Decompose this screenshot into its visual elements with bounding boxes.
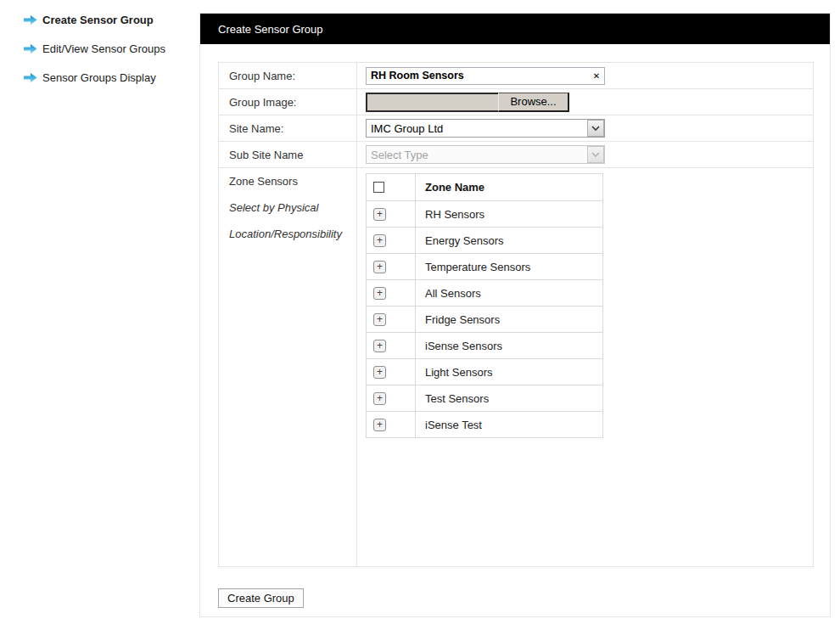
expand-plus-icon[interactable]: + [373, 340, 386, 352]
table-row: + All Sensors [367, 279, 602, 306]
group-name-label: Group Name: [219, 63, 357, 88]
table-row: + RH Sensors [367, 200, 602, 227]
table-row: + Light Sensors [367, 358, 602, 385]
expand-plus-icon[interactable]: + [373, 366, 386, 379]
expand-plus-icon[interactable]: + [373, 208, 386, 221]
site-name-label: Site Name: [219, 115, 357, 141]
zone-sensors-row: Zone Sensors Select by Physical Location… [219, 168, 813, 566]
zone-table-body: + RH Sensors + Energy Sensors [367, 200, 602, 437]
expand-plus-icon[interactable]: + [373, 313, 386, 326]
zone-table-header-row: Zone Name [367, 174, 602, 200]
zone-name-cell: Fridge Sensors [416, 307, 602, 332]
zone-name-cell: Energy Sensors [416, 228, 602, 253]
group-name-input[interactable] [367, 69, 589, 83]
group-name-input-wrap: ✕ [366, 67, 605, 85]
site-name-row: Site Name: IMC Group Ltd [219, 115, 813, 142]
expand-plus-icon[interactable]: + [373, 392, 386, 405]
panel-title: Create Sensor Group [218, 23, 323, 36]
zone-name-cell: iSense Sensors [416, 333, 602, 358]
table-row: + iSense Test [367, 411, 602, 437]
sub-site-name-selected-value: Select Type [367, 149, 587, 161]
arrow-icon [24, 72, 37, 83]
panel-header: Create Sensor Group [200, 14, 830, 44]
arrow-icon [24, 14, 37, 25]
zone-sensors-hint-line1: Select by Physical [229, 201, 356, 228]
table-row: + Energy Sensors [367, 227, 602, 253]
group-name-row: Group Name: ✕ [219, 63, 813, 89]
zone-name-cell: RH Sensors [416, 201, 602, 227]
site-name-selected-value: IMC Group Ltd [367, 122, 587, 135]
expand-plus-icon[interactable]: + [373, 234, 386, 247]
sidebar: Create Sensor Group Edit/View Sensor Gro… [24, 13, 165, 84]
group-image-label: Group Image: [219, 89, 357, 115]
zone-sensors-hint-line2: Location/Responsibility [229, 228, 356, 254]
zone-name-cell: Test Sensors [416, 385, 602, 411]
chevron-down-icon [587, 146, 604, 163]
zone-name-cell: All Sensors [416, 280, 602, 306]
zone-sensors-label: Zone Sensors [229, 175, 356, 201]
group-image-file-input: Browse... [366, 93, 569, 112]
sidebar-item-sensor-groups-display[interactable]: Sensor Groups Display [24, 70, 165, 84]
expand-plus-icon[interactable]: + [373, 261, 386, 273]
table-row: + Fridge Sensors [367, 306, 602, 332]
expand-plus-icon[interactable]: + [373, 419, 386, 431]
sidebar-item-label: Sensor Groups Display [42, 71, 156, 84]
select-all-checkbox[interactable] [373, 182, 384, 193]
sidebar-item-label: Edit/View Sensor Groups [42, 42, 165, 55]
clear-input-icon[interactable]: ✕ [589, 71, 604, 81]
group-image-row: Group Image: Browse... [219, 89, 813, 115]
sidebar-item-create-sensor-group[interactable]: Create Sensor Group [24, 13, 165, 26]
browse-button[interactable]: Browse... [498, 93, 569, 112]
zone-name-cell: iSense Test [416, 412, 602, 437]
zone-table: Zone Name + RH Sensors [366, 173, 603, 438]
sidebar-item-edit-view-sensor-groups[interactable]: Edit/View Sensor Groups [24, 42, 165, 55]
sub-site-name-row: Sub Site Name Select Type [219, 142, 813, 168]
sidebar-item-label: Create Sensor Group [42, 14, 154, 26]
arrow-icon [24, 43, 37, 54]
zone-name-cell: Temperature Sensors [416, 254, 602, 279]
expand-plus-icon[interactable]: + [373, 287, 386, 300]
sub-site-name-select: Select Type [366, 145, 605, 164]
zone-name-cell: Light Sensors [416, 359, 602, 385]
sub-site-name-label: Sub Site Name [219, 142, 357, 167]
table-row: + iSense Sensors [367, 332, 602, 358]
table-row: + Temperature Sensors [367, 253, 602, 279]
create-sensor-group-form: Group Name: ✕ Group Image: Browse... [218, 62, 814, 567]
zone-name-column-header: Zone Name [416, 174, 602, 200]
create-group-button[interactable]: Create Group [218, 588, 304, 608]
site-name-select[interactable]: IMC Group Ltd [366, 119, 605, 138]
page: Create Sensor Group Edit/View Sensor Gro… [0, 0, 840, 630]
chevron-down-icon [587, 120, 604, 137]
main-panel: Create Sensor Group Group Name: ✕ Group … [199, 13, 831, 617]
table-row: + Test Sensors [367, 385, 602, 411]
